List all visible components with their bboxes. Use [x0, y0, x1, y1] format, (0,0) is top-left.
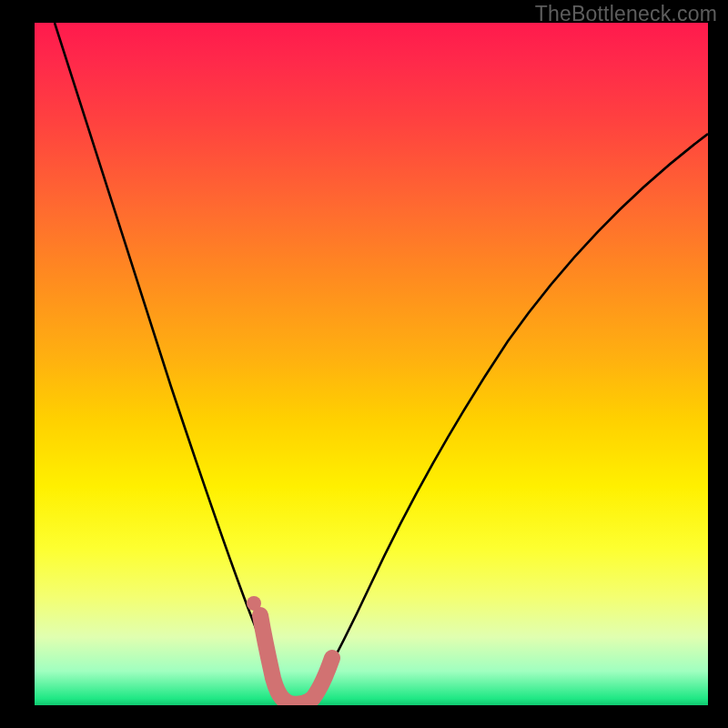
left-marker-dot-icon [247, 596, 261, 611]
plot-area [35, 23, 708, 705]
bottleneck-curve [55, 23, 708, 705]
chart-frame: TheBottleneck.com [0, 0, 728, 728]
watermark-text: TheBottleneck.com [535, 2, 717, 26]
minimum-band-marker [260, 615, 332, 704]
chart-svg [35, 23, 708, 705]
